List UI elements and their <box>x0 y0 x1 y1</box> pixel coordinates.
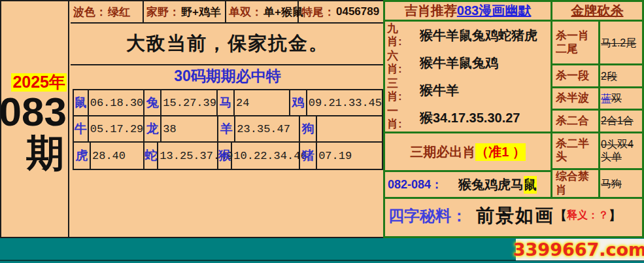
stats-row: 波色： 绿红 家野： 野+鸡羊 单双： 单+猴鼠 特尾： 0456789 <box>71 1 384 24</box>
zodiac-numbers: 24 <box>235 90 289 115</box>
xiao-row-nine: 九肖: 猴牛羊鼠兔鸡蛇猪虎 <box>387 22 551 49</box>
zodiac-animal: 蛇 <box>144 143 158 169</box>
recommendation-panel: 吉肖推荐083漫画幽默 金牌砍杀 九肖: 猴牛羊鼠兔鸡蛇猪虎 六肖: 猴牛羊鼠兔… <box>383 0 644 238</box>
zodiac-cell: 猴 10.22.34.46 <box>218 143 300 169</box>
panel-header: 吉肖推荐083漫画幽默 金牌砍杀 <box>385 2 642 22</box>
kill-row: 杀半波 蓝双 <box>552 88 642 111</box>
secret-bracket-close: 】 <box>609 207 621 224</box>
zodiac-animal: 牛 <box>74 116 89 141</box>
zodiac-cell: 龙 38 <box>144 116 218 141</box>
lottery-tip-sheet: 2025年 083 期 波色： 绿红 家野： 野+鸡羊 单双： 单+猴鼠 <box>0 0 644 263</box>
zodiac-cell: 鼠 06.18.30 <box>74 90 144 115</box>
xiao-label: 六肖: <box>387 50 405 75</box>
zodiac-cell: 牛 05.17.29 <box>74 116 144 141</box>
kill-row: 杀二半头 0头双4头单 <box>552 133 642 171</box>
kill-value-text: 双 <box>611 92 622 105</box>
site-link[interactable]: 3399667.com <box>516 239 644 260</box>
zodiac-numbers: 23.35.47 <box>235 116 299 141</box>
issue-suffix: 期 <box>26 132 64 174</box>
stat-value: 绿红 <box>108 5 130 20</box>
xiao-label: 九肖: <box>387 22 405 48</box>
zodiac-animal: 猪 <box>300 143 317 169</box>
xiao-row-three: 三肖: 猴牛羊 <box>387 77 551 104</box>
three-period-highlight: （准1 ） <box>475 143 526 161</box>
zodiac-numbers: 06.18.30 <box>89 90 144 115</box>
kill-table: 杀一肖二尾 马1.2尾 杀一段 2段 杀半波 蓝双 杀二合 2合1合 杀二半头 <box>551 22 642 197</box>
zodiac-animal: 马 <box>218 90 235 115</box>
stat-special-tail: 特尾： 0456789 <box>299 1 384 22</box>
zodiac-cell: 羊 23.35.47 <box>218 116 300 141</box>
kill-label: 杀二合 <box>552 111 598 132</box>
issue-range-label: 082-084： <box>388 177 443 192</box>
secret-label: 四字秘料： <box>388 205 467 226</box>
kill-label: 综合禁肖 <box>552 170 598 197</box>
stat-label: 单双： <box>229 5 262 20</box>
footer-bar: 3399667.com <box>0 238 644 263</box>
kill-row: 杀一肖二尾 马1.2尾 <box>552 22 642 65</box>
zodiac-numbers: 07.19 <box>317 143 382 169</box>
zodiac-cell: 虎 28.40 <box>74 143 144 169</box>
zodiac-cell: 鸡 09.21.33.45 <box>290 90 382 115</box>
zodiac-numbers: 10.22.34.46 <box>232 143 307 169</box>
zodiac-cell: 狗 <box>300 116 382 141</box>
xiao-value: 猴牛羊鼠兔鸡 <box>405 54 551 72</box>
zodiac-numbers: 09.21.33.45 <box>307 90 382 115</box>
issue-number: 083 <box>0 92 67 132</box>
kill-value: 0头双4头单 <box>598 133 642 169</box>
zodiac-numbers: 05.17.29 <box>89 116 144 141</box>
xiao-value: 猴牛羊 <box>405 82 551 99</box>
slogan-text: 大敌当前，保家抗金。 <box>71 24 384 65</box>
zodiac-number-grid: 鼠 06.18.30 兔 15.27.39 马 24 鸡 09.21.33.45 <box>73 89 383 170</box>
secret-bracket-open: 【 <box>554 207 567 224</box>
lucky-zodiac-title: 吉肖推荐083漫画幽默 <box>385 2 551 20</box>
zodiac-cell: 猪 07.19 <box>300 143 382 169</box>
zodiac-cell: 蛇 13.25.37.49 <box>144 143 218 169</box>
xiao-value: 猴牛羊鼠兔鸡蛇猪虎 <box>405 27 551 44</box>
secret-value: 前景如画 <box>476 203 554 228</box>
three-period-text: 三期必出肖 <box>410 143 475 161</box>
xiao-row-six: 六肖: 猴牛羊鼠兔鸡 <box>387 49 551 77</box>
kill-row: 杀二合 2合1合 <box>552 111 642 133</box>
kill-value-text: 2段 <box>601 70 617 82</box>
zodiac-row: 鼠 06.18.30 兔 15.27.39 马 24 鸡 09.21.33.45 <box>74 90 382 116</box>
stat-label: 家野： <box>146 5 180 20</box>
stat-label: 波色： <box>73 5 107 20</box>
comic-humor-link[interactable]: 083漫画幽默 <box>457 2 531 20</box>
center-panel: 波色： 绿红 家野： 野+鸡羊 单双： 单+猴鼠 特尾： 0456789 大敌当… <box>71 1 384 237</box>
zodiac-cell: 兔 15.27.39 <box>144 90 218 115</box>
kill-row: 杀一段 2段 <box>552 65 642 88</box>
kill-value: 2段 <box>598 65 642 86</box>
three-period-row: 三期必出肖（准1 ） <box>385 132 551 170</box>
zodiac-numbers: 15.27.39 <box>161 90 216 115</box>
title-prefix: 吉肖推荐 <box>405 2 457 20</box>
stat-value: 0456789 <box>336 5 379 18</box>
zodiac-animal: 鸡 <box>290 90 307 115</box>
kill-value-text: 马狗 <box>601 177 622 190</box>
xiao-section: 九肖: 猴牛羊鼠兔鸡蛇猪虎 六肖: 猴牛羊鼠兔鸡 三肖: 猴牛羊 一肖: 猴34… <box>385 22 551 197</box>
kill-row: 综合禁肖 马狗 <box>552 170 642 197</box>
zodiac-numbers: 38 <box>161 116 217 141</box>
zodiac-numbers <box>317 116 382 141</box>
kill-value: 2合1合 <box>598 111 642 132</box>
kill-label: 杀一段 <box>552 65 598 86</box>
xiao-row-one: 一肖: 猴34.17.35.30.27 <box>387 104 551 132</box>
kill-value-blue: 蓝 <box>601 92 611 105</box>
zodiac-animal: 龙 <box>144 116 161 141</box>
stat-value: 野+鸡羊 <box>181 5 221 20</box>
issue-range-animals: 猴兔鸡虎马 <box>458 176 524 194</box>
gold-kill-title: 金牌砍杀 <box>551 2 642 20</box>
panel-body: 九肖: 猴牛羊鼠兔鸡蛇猪虎 六肖: 猴牛羊鼠兔鸡 三肖: 猴牛羊 一肖: 猴34… <box>385 22 642 197</box>
secret-note: 释义：？ <box>567 209 609 222</box>
four-char-secret-row: 四字秘料： 前景如画 【释义：？】 <box>385 197 642 232</box>
kill-value: 蓝双 <box>598 88 642 109</box>
zodiac-animal: 猴 <box>218 143 232 169</box>
zodiac-numbers: 28.40 <box>91 143 143 169</box>
stat-home-wild: 家野： 野+鸡羊 <box>144 1 226 22</box>
stat-label: 特尾： <box>301 5 335 20</box>
zodiac-cell: 马 24 <box>218 90 290 115</box>
zodiac-row: 牛 05.17.29 龙 38 羊 23.35.47 狗 <box>74 116 382 143</box>
kill-value-text: 马1.2尾 <box>601 37 636 49</box>
kill-label: 杀二半头 <box>552 133 598 169</box>
xiao-block: 九肖: 猴牛羊鼠兔鸡蛇猪虎 六肖: 猴牛羊鼠兔鸡 三肖: 猴牛羊 一肖: 猴34… <box>385 22 551 132</box>
zodiac-row: 虎 28.40 蛇 13.25.37.49 猴 10.22.34.46 猪 07… <box>74 143 382 169</box>
